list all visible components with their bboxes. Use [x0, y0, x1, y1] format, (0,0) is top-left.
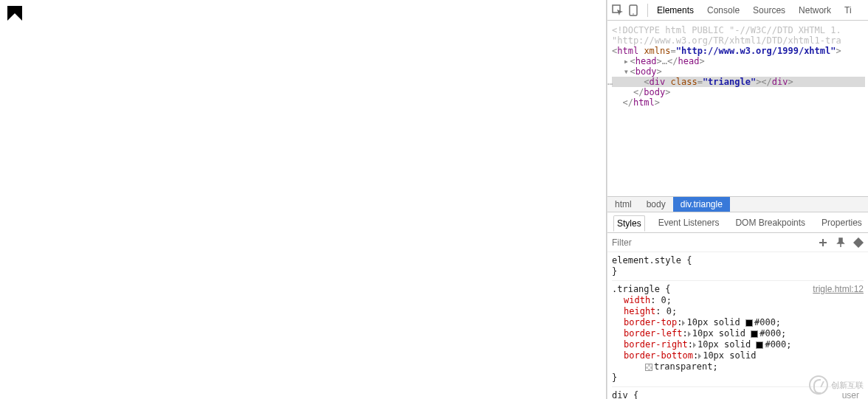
dom-selected-div[interactable]: … <div class="triangle"></div>	[612, 77, 865, 87]
new-rule-icon[interactable]	[818, 237, 828, 248]
toggle-state-icon[interactable]	[853, 237, 864, 248]
rule-element-style[interactable]: element.style { }	[612, 255, 864, 281]
inspect-element-icon[interactable]	[612, 4, 624, 16]
svg-point-2	[633, 13, 634, 15]
swatch-black-icon[interactable]	[756, 341, 763, 349]
rule-source-link[interactable]: trigle.html:12	[813, 284, 864, 295]
crumb-div-triangle[interactable]: div.triangle	[673, 197, 730, 212]
dom-body-open[interactable]: ▾<body>	[612, 66, 865, 77]
dom-html-open[interactable]: <html xmlns="http://www.w3.org/1999/xhtm…	[612, 46, 865, 56]
swatch-black-icon[interactable]	[751, 330, 758, 338]
main-tabs: Elements Console Sources Network Ti	[655, 5, 853, 15]
tab-styles[interactable]: Styles	[613, 215, 645, 232]
dom-doctype-line2: "http://www.w3.org/TR/xhtml1/DTD/xhtml1-…	[612, 35, 865, 46]
styles-filter-row	[607, 233, 868, 252]
decl-border-left[interactable]: border-left:10px solid #000;	[612, 328, 864, 339]
tab-event-listeners[interactable]: Event Listeners	[655, 215, 723, 230]
triangle-shape	[7, 6, 22, 21]
dom-body-close[interactable]: </body>	[612, 87, 865, 97]
twisty-collapsed-icon[interactable]: ▸	[622, 56, 630, 66]
device-mode-icon[interactable]	[628, 4, 640, 16]
dom-html-close[interactable]: </html>	[612, 97, 865, 108]
twisty-expanded-icon[interactable]: ▾	[622, 66, 630, 77]
tab-dom-breakpoints[interactable]: DOM Breakpoints	[732, 215, 808, 230]
svg-rect-3	[853, 237, 864, 248]
toolbar-divider	[647, 4, 648, 17]
breadcrumb: html body div.triangle	[607, 196, 868, 212]
dom-head[interactable]: ▸<head>…</head>	[612, 56, 865, 66]
crumb-body[interactable]: body	[639, 197, 673, 212]
decl-border-top[interactable]: border-top:10px solid #000;	[612, 317, 864, 328]
rule-triangle[interactable]: trigle.html:12 .triangle { width: 0; hei…	[612, 284, 864, 387]
tab-elements[interactable]: Elements	[655, 5, 695, 15]
pin-icon[interactable]	[836, 237, 846, 248]
swatch-black-icon[interactable]	[745, 319, 753, 327]
decl-border-bottom[interactable]: border-bottom:10px solid transparent;	[612, 350, 864, 372]
styles-filter-input[interactable]	[612, 237, 818, 248]
decl-height[interactable]: height: 0;	[612, 306, 864, 317]
tab-console[interactable]: Console	[706, 5, 741, 15]
user-agent-label: user	[842, 390, 859, 399]
crumb-html[interactable]: html	[607, 197, 639, 212]
tab-properties[interactable]: Properties	[819, 215, 865, 230]
decl-border-right[interactable]: border-right:10px solid #000;	[612, 339, 864, 350]
styles-panel-tabs: Styles Event Listeners DOM Breakpoints P…	[607, 212, 868, 233]
tab-sources[interactable]: Sources	[751, 5, 787, 15]
tab-network[interactable]: Network	[797, 5, 833, 15]
dom-tree[interactable]: <!DOCTYPE html PUBLIC "-//W3C//DTD XHTML…	[607, 21, 868, 196]
dom-doctype-line1: <!DOCTYPE html PUBLIC "-//W3C//DTD XHTML…	[612, 25, 865, 35]
rule-div-useragent[interactable]: user div {	[612, 390, 864, 399]
tab-timeline[interactable]: Ti	[843, 5, 853, 15]
devtools-panel: Elements Console Sources Network Ti <!DO…	[607, 0, 868, 399]
decl-width[interactable]: width: 0;	[612, 295, 864, 306]
styles-rules[interactable]: element.style { } trigle.html:12 .triang…	[607, 252, 868, 399]
swatch-transparent-icon[interactable]	[645, 364, 652, 371]
rendered-page	[0, 0, 607, 399]
devtools-toolbar: Elements Console Sources Network Ti	[607, 0, 868, 21]
